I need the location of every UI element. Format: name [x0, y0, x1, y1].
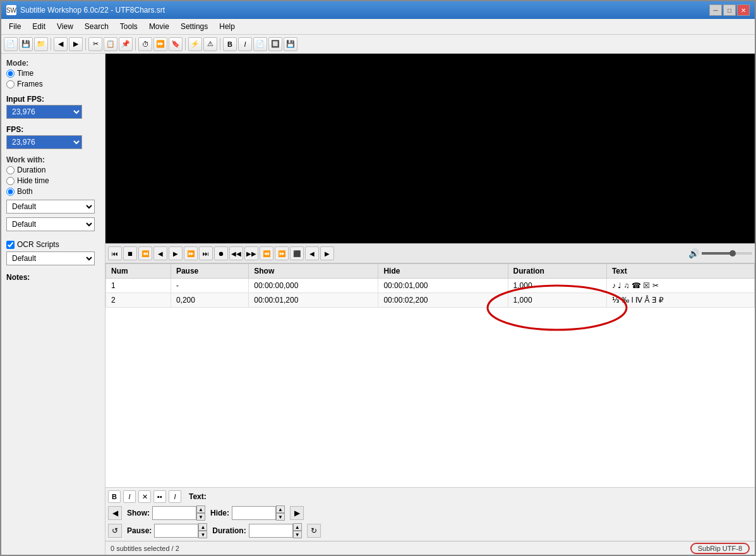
ocr-label[interactable]: OCR Scripts — [6, 240, 100, 249]
btn-last[interactable]: ⏭ — [199, 246, 213, 260]
codec-badge: SubRip UTF-8 — [690, 543, 750, 554]
volume-control: 🔊 — [688, 248, 752, 258]
menu-tools[interactable]: Tools — [115, 20, 143, 33]
fps-select[interactable]: 23,976 25,000 29,970 — [6, 135, 82, 149]
toolbar-paste[interactable]: 📌 — [119, 37, 133, 51]
hide-time-option[interactable]: Hide time — [6, 176, 100, 185]
both-option[interactable]: Both — [6, 187, 100, 196]
mode-time-option[interactable]: Time — [6, 69, 100, 78]
pause-down[interactable]: ▼ — [198, 531, 207, 538]
hide-input[interactable] — [232, 506, 276, 520]
volume-slider[interactable] — [702, 252, 752, 255]
pause-arrows: ▲ ▼ — [198, 523, 207, 538]
time-fwd-btn[interactable]: ↻ — [307, 524, 321, 538]
both-radio[interactable] — [6, 188, 15, 196]
show-up[interactable]: ▲ — [196, 505, 205, 513]
notes-label: Notes: — [6, 273, 100, 282]
default-dropdown-1[interactable]: Default — [6, 200, 95, 214]
input-fps-section: Input FPS: 23,976 25,000 29,970 — [6, 95, 100, 119]
ocr-checkbox[interactable] — [6, 241, 15, 249]
toolbar-box[interactable]: 🔲 — [268, 37, 282, 51]
toolbar-forward[interactable]: ▶ — [69, 37, 83, 51]
btn-rec[interactable]: ⏺ — [214, 246, 228, 260]
mode-time-radio[interactable] — [6, 70, 15, 78]
btn-play[interactable]: ▶ — [169, 246, 183, 260]
menu-file[interactable]: File — [4, 20, 26, 33]
btn-fwd[interactable]: ⏩ — [184, 246, 198, 260]
table-row[interactable]: 2 0,200 00:00:01,200 00:00:02,200 1,000 … — [106, 293, 755, 308]
subtitle-table: Num Pause Show Hide Duration Text 1 - 00 — [105, 263, 755, 308]
ocr-section: OCR Scripts Default — [6, 240, 100, 265]
menu-search[interactable]: Search — [80, 20, 114, 33]
toolbar-cut[interactable]: ✂ — [88, 37, 102, 51]
btn-black[interactable]: ⬛ — [290, 246, 304, 260]
btn-left[interactable]: ◀ — [305, 246, 319, 260]
toolbar-save[interactable]: 💾 — [19, 37, 33, 51]
menu-help[interactable]: Help — [214, 20, 240, 33]
toolbar-back[interactable]: ◀ — [54, 37, 68, 51]
mode-frames-option[interactable]: Frames — [6, 80, 100, 88]
minimize-button[interactable]: ─ — [709, 4, 722, 16]
edit-toolbar: B I ✕ ▪▪ I Text: — [108, 490, 752, 503]
duration-radio[interactable] — [6, 166, 15, 174]
toolbar-open[interactable]: 📁 — [34, 37, 48, 51]
toolbar-save2[interactable]: 💾 — [284, 37, 297, 51]
next-sub-btn[interactable]: ▶ — [290, 506, 304, 520]
input-fps-control: 23,976 25,000 29,970 — [6, 105, 100, 119]
toolbar-timer[interactable]: ⏱ — [138, 37, 152, 51]
table-row[interactable]: 1 - 00:00:00,000 00:00:01,000 1,000 ♪ ♩ … — [106, 279, 755, 293]
pause-up[interactable]: ▲ — [198, 523, 207, 531]
toolbar-i[interactable]: I — [238, 37, 252, 51]
prev-sub-btn[interactable]: ◀ — [108, 506, 122, 520]
toolbar-copy[interactable]: 📋 — [104, 37, 117, 51]
toolbar-bookmark[interactable]: 🔖 — [169, 37, 183, 51]
hide-down[interactable]: ▼ — [276, 513, 285, 521]
time-back-btn[interactable]: ↺ — [108, 524, 122, 538]
italic-button[interactable]: I — [123, 490, 136, 503]
duration-option[interactable]: Duration — [6, 166, 100, 174]
close-button[interactable]: ✕ — [737, 4, 750, 16]
btn-sub-back[interactable]: ⏪ — [260, 246, 273, 260]
input-fps-select[interactable]: 23,976 25,000 29,970 — [6, 105, 82, 119]
hide-up[interactable]: ▲ — [276, 505, 285, 513]
duration-input[interactable] — [249, 524, 293, 538]
duration-input-group: ▲ ▼ — [249, 523, 302, 538]
duration-down[interactable]: ▼ — [293, 531, 302, 538]
close-format-button[interactable]: ✕ — [138, 490, 151, 503]
menu-view[interactable]: View — [52, 20, 78, 33]
ocr-dropdown[interactable]: Default — [6, 251, 95, 265]
status-text: 0 subtitles selected / 2 — [111, 545, 179, 552]
menu-movie[interactable]: Movie — [144, 20, 174, 33]
pause-input[interactable] — [154, 524, 198, 538]
btn-next2[interactable]: ▶▶ — [244, 246, 258, 260]
italic2-button[interactable]: I — [169, 490, 181, 503]
menu-edit[interactable]: Edit — [27, 20, 51, 33]
btn-prev2[interactable]: ◀◀ — [229, 246, 243, 260]
btn-stop[interactable]: ⏹ — [123, 246, 137, 260]
default-dropdown-2[interactable]: Default — [6, 217, 95, 231]
toolbar-flash[interactable]: ⚡ — [188, 37, 202, 51]
format1-button[interactable]: ▪▪ — [153, 490, 166, 503]
toolbar-separator-3 — [135, 38, 136, 51]
toolbar-warn[interactable]: ⚠ — [203, 37, 217, 51]
toolbar-fast[interactable]: ⏩ — [153, 37, 167, 51]
bold-button[interactable]: B — [108, 490, 121, 503]
hide-time-radio[interactable] — [6, 177, 15, 185]
cell-duration-2: 1,000 — [508, 293, 606, 308]
btn-prev[interactable]: ⏪ — [138, 246, 152, 260]
maximize-button[interactable]: □ — [723, 4, 736, 16]
btn-right[interactable]: ▶ — [320, 246, 334, 260]
show-down[interactable]: ▼ — [196, 513, 205, 521]
btn-sub-fwd[interactable]: ⏩ — [275, 246, 289, 260]
duration-up[interactable]: ▲ — [293, 523, 302, 531]
btn-back[interactable]: ◀ — [153, 246, 167, 260]
menu-settings[interactable]: Settings — [176, 20, 213, 33]
hide-time-label: Hide time — [17, 176, 49, 185]
btn-first[interactable]: ⏮ — [108, 246, 122, 260]
mode-frames-radio[interactable] — [6, 80, 15, 88]
toolbar-new[interactable]: 📄 — [4, 37, 18, 51]
toolbar-b[interactable]: B — [223, 37, 237, 51]
toolbar-page[interactable]: 📄 — [253, 37, 267, 51]
work-with-label: Work with: — [6, 155, 100, 164]
show-input[interactable] — [152, 506, 196, 520]
